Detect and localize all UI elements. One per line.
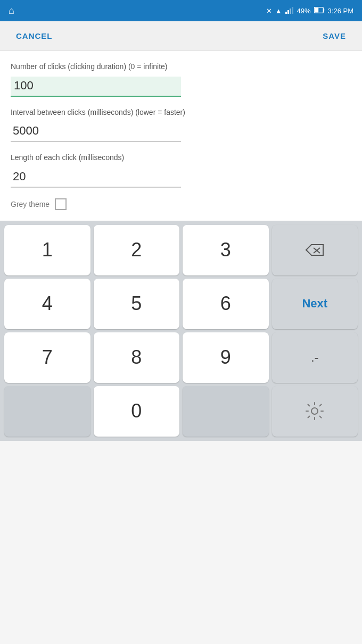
key-1[interactable]: 1 (4, 225, 90, 275)
field-clicks: Number of clicks (clicking duration) (0 … (11, 62, 351, 97)
status-bar-right: ✕ ▲ 49% 3:26 PM (266, 6, 353, 15)
time-display: 3:26 PM (328, 7, 353, 15)
numeric-keyboard: 1 2 3 4 5 6 Next 7 8 9 .- 0 (0, 221, 362, 441)
key-0[interactable]: 0 (94, 386, 180, 437)
field-length-input[interactable] (11, 168, 181, 188)
svg-point-9 (311, 408, 318, 414)
action-bar: CANCEL SAVE (0, 21, 362, 51)
mute-icon: ✕ (266, 7, 272, 15)
key-9[interactable]: 9 (183, 332, 269, 383)
field-length-label: Length of each click (milliseconds) (11, 153, 351, 163)
svg-rect-6 (323, 9, 324, 11)
field-interval-wrapper (11, 122, 351, 142)
key-period-dash[interactable]: .- (272, 332, 358, 383)
status-bar: ⌂ ✕ ▲ 49% 3:26 PM (0, 0, 362, 21)
svg-rect-3 (292, 7, 293, 14)
svg-rect-1 (287, 10, 289, 14)
battery-percent: 49% (297, 7, 311, 15)
key-3[interactable]: 3 (183, 225, 269, 275)
key-4[interactable]: 4 (4, 279, 90, 329)
svg-rect-5 (314, 7, 318, 12)
form-content: Number of clicks (clicking duration) (0 … (0, 51, 362, 221)
grey-theme-row: Grey theme (11, 198, 351, 210)
grey-theme-label: Grey theme (11, 200, 50, 208)
key-settings[interactable] (272, 386, 358, 437)
svg-rect-0 (285, 12, 287, 14)
field-clicks-label: Number of clicks (clicking duration) (0 … (11, 62, 351, 72)
cancel-button[interactable]: CANCEL (16, 31, 53, 40)
wifi-icon: ▲ (275, 7, 282, 15)
key-empty-left (4, 386, 90, 437)
grey-theme-checkbox[interactable] (55, 198, 67, 210)
svg-rect-2 (290, 9, 291, 14)
signal-icon (285, 6, 294, 15)
field-interval-input[interactable] (11, 122, 181, 142)
status-bar-left: ⌂ (9, 5, 14, 16)
key-empty-right (183, 386, 269, 437)
field-clicks-wrapper (11, 77, 351, 97)
field-clicks-input[interactable] (11, 77, 181, 97)
field-length: Length of each click (milliseconds) (11, 153, 351, 188)
key-next[interactable]: Next (272, 279, 358, 329)
key-5[interactable]: 5 (94, 279, 180, 329)
field-interval: Interval between clicks (milliseconds) (… (11, 107, 351, 143)
key-7[interactable]: 7 (4, 332, 90, 383)
key-2[interactable]: 2 (94, 225, 180, 275)
key-6[interactable]: 6 (183, 279, 269, 329)
battery-icon (314, 7, 325, 15)
field-length-wrapper (11, 168, 351, 188)
key-backspace[interactable] (272, 225, 358, 275)
field-interval-label: Interval between clicks (milliseconds) (… (11, 107, 351, 118)
home-icon: ⌂ (9, 5, 14, 16)
save-button[interactable]: SAVE (323, 31, 346, 40)
key-8[interactable]: 8 (94, 332, 180, 383)
